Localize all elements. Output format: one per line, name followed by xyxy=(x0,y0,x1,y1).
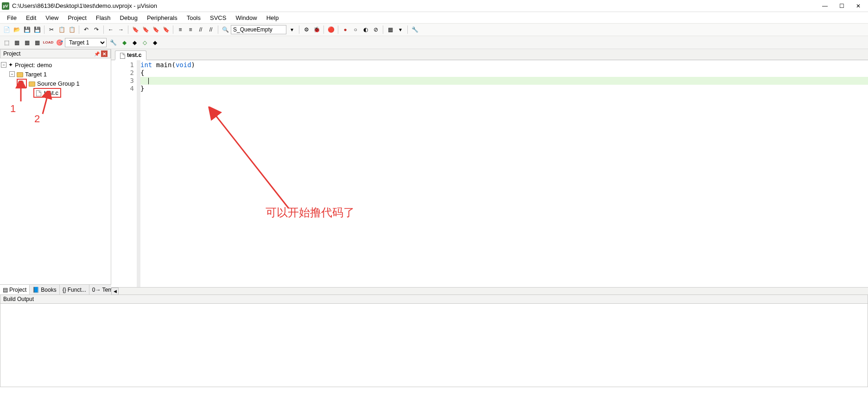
bookmark-button[interactable]: 🔖 xyxy=(131,25,140,34)
tree-target[interactable]: − Target 1 xyxy=(1,69,110,79)
breakpoint-kill-button[interactable]: ⊘ xyxy=(371,25,380,34)
code-line[interactable]: int main(void) xyxy=(140,61,868,69)
window-dropdown[interactable]: ▾ xyxy=(396,25,405,34)
pack-button[interactable]: ◆ xyxy=(130,38,139,47)
bookmark-clear-button[interactable]: 🔖 xyxy=(161,25,171,34)
line-number: 1 xyxy=(111,61,134,69)
code-line[interactable]: } xyxy=(140,85,868,93)
panel-close-button[interactable]: ✕ xyxy=(101,50,108,57)
select-packs-button[interactable]: ◇ xyxy=(140,38,149,47)
tree-root[interactable]: − ✦ Project: demo xyxy=(1,60,110,69)
build-button[interactable]: ▦ xyxy=(12,38,21,47)
build-output-header: Build Output xyxy=(0,294,868,304)
menu-project[interactable]: Project xyxy=(63,13,90,22)
breakpoint-button[interactable]: ● xyxy=(341,25,350,34)
editor-hscrollbar[interactable]: ◀ xyxy=(111,287,868,294)
tree-file[interactable]: test.c xyxy=(1,88,110,97)
menu-view[interactable]: View xyxy=(41,13,63,22)
folder-icon xyxy=(17,72,23,77)
menu-svcs[interactable]: SVCS xyxy=(206,13,230,22)
nav-forward-button[interactable]: → xyxy=(116,25,126,34)
new-file-button[interactable]: 📄 xyxy=(2,25,11,34)
manage-button[interactable]: ◆ xyxy=(150,38,159,47)
breakpoint-disable-button[interactable]: ◐ xyxy=(361,25,370,34)
menu-file[interactable]: File xyxy=(3,13,21,22)
window-title: C:\Users\86136\Desktop\1\test\demo.uvpro… xyxy=(12,2,821,9)
toolbar-separator xyxy=(103,25,104,34)
collapse-icon[interactable]: − xyxy=(1,62,6,68)
editor-tab-testc[interactable]: test.c xyxy=(115,50,146,60)
maximize-button[interactable]: ☐ xyxy=(837,2,846,10)
open-file-button[interactable]: 📂 xyxy=(12,25,21,34)
menu-debug[interactable]: Debug xyxy=(116,13,142,22)
paste-button[interactable]: 📋 xyxy=(67,25,76,34)
project-panel: Project 📌 ✕ − ✦ Project: demo − Target 1… xyxy=(0,49,111,294)
fold-gutter xyxy=(137,60,140,287)
manage-rte-button[interactable]: ◆ xyxy=(120,38,129,47)
redo-button[interactable]: ↷ xyxy=(92,25,101,34)
configure-button[interactable]: 🔧 xyxy=(410,25,419,34)
rebuild-button[interactable]: ▦ xyxy=(22,38,32,47)
project-tree[interactable]: − ✦ Project: demo − Target 1 − Source Gr… xyxy=(0,58,111,284)
line-number: 3 xyxy=(111,77,134,85)
svg-line-2 xyxy=(212,111,289,208)
scroll-left-button[interactable]: ◀ xyxy=(111,288,119,295)
nav-back-button[interactable]: ← xyxy=(106,25,115,34)
editor-tabs: test.c xyxy=(111,49,868,60)
title-bar: µV C:\Users\86136\Desktop\1\test\demo.uv… xyxy=(0,0,868,12)
target-select[interactable]: Target 1 xyxy=(65,38,107,47)
bookmark-next-button[interactable]: 🔖 xyxy=(151,25,160,34)
comment-button[interactable]: // xyxy=(196,25,205,34)
breakpoint-enable-button[interactable]: ○ xyxy=(351,25,360,34)
collapse-icon[interactable]: − xyxy=(9,71,15,77)
toolbar-separator xyxy=(218,25,218,34)
close-window-button[interactable]: ✕ xyxy=(854,2,862,10)
download-button[interactable]: LOAD xyxy=(44,38,53,47)
minimize-button[interactable]: — xyxy=(821,2,829,10)
debug-button[interactable]: 🐞 xyxy=(312,25,321,34)
pin-icon[interactable]: 📌 xyxy=(94,50,100,57)
menu-flash[interactable]: Flash xyxy=(92,13,115,22)
undo-button[interactable]: ↶ xyxy=(82,25,91,34)
code-line-current[interactable] xyxy=(140,77,868,85)
toolbar-separator xyxy=(299,25,299,34)
tree-group[interactable]: − Source Group 1 xyxy=(1,79,110,88)
save-all-button[interactable]: 💾 xyxy=(32,25,42,34)
batch-build-button[interactable]: ▦ xyxy=(32,38,42,47)
code-editor[interactable]: int main(void) { } 可以开始撸代码了 xyxy=(140,60,868,287)
menu-tools[interactable]: Tools xyxy=(183,13,205,22)
options-button[interactable]: 🔧 xyxy=(108,38,118,47)
text-caret xyxy=(148,78,149,84)
scroll-track[interactable] xyxy=(119,288,868,294)
outdent-button[interactable]: ≡ xyxy=(186,25,195,34)
annotation-label-1: 1 xyxy=(10,103,16,115)
cut-button[interactable]: ✂ xyxy=(47,25,56,34)
uncomment-button[interactable]: // xyxy=(206,25,215,34)
menu-window[interactable]: Window xyxy=(231,13,261,22)
debug-config-button[interactable]: ⚙ xyxy=(302,25,311,34)
code-line[interactable]: { xyxy=(140,69,868,77)
find-combo[interactable] xyxy=(231,25,286,34)
panel-tab-books[interactable]: 📘Books xyxy=(30,285,59,294)
save-button[interactable]: 💾 xyxy=(22,25,32,34)
copy-button[interactable]: 📋 xyxy=(57,25,66,34)
target-options-button[interactable]: 🎯 xyxy=(55,38,64,47)
panel-tab-project[interactable]: ▤Project xyxy=(0,285,30,294)
bookmark-prev-button[interactable]: 🔖 xyxy=(141,25,150,34)
menu-help[interactable]: Help xyxy=(262,13,283,22)
indent-button[interactable]: ≡ xyxy=(176,25,185,34)
find-button[interactable]: 🔍 xyxy=(221,25,230,34)
collapse-icon[interactable]: − xyxy=(18,81,24,87)
translate-button[interactable]: ⬚ xyxy=(2,38,11,47)
breakpoint-insert-button[interactable]: 🔴 xyxy=(326,25,336,34)
window-config-button[interactable]: ▦ xyxy=(386,25,395,34)
build-output-body[interactable] xyxy=(0,304,868,387)
toolbar-separator xyxy=(323,25,324,34)
menu-peripherals[interactable]: Peripherals xyxy=(143,13,182,22)
toolbar-main: 📄 📂 💾 💾 ✂ 📋 📋 ↶ ↷ ← → 🔖 🔖 🔖 🔖 ≡ ≡ // // … xyxy=(0,23,868,36)
file-icon xyxy=(36,90,41,96)
find-dropdown[interactable]: ▾ xyxy=(287,25,297,34)
menu-edit[interactable]: Edit xyxy=(22,13,40,22)
panel-tab-functions[interactable]: {}Funct... xyxy=(60,285,89,294)
tree-target-label: Target 1 xyxy=(25,71,47,78)
